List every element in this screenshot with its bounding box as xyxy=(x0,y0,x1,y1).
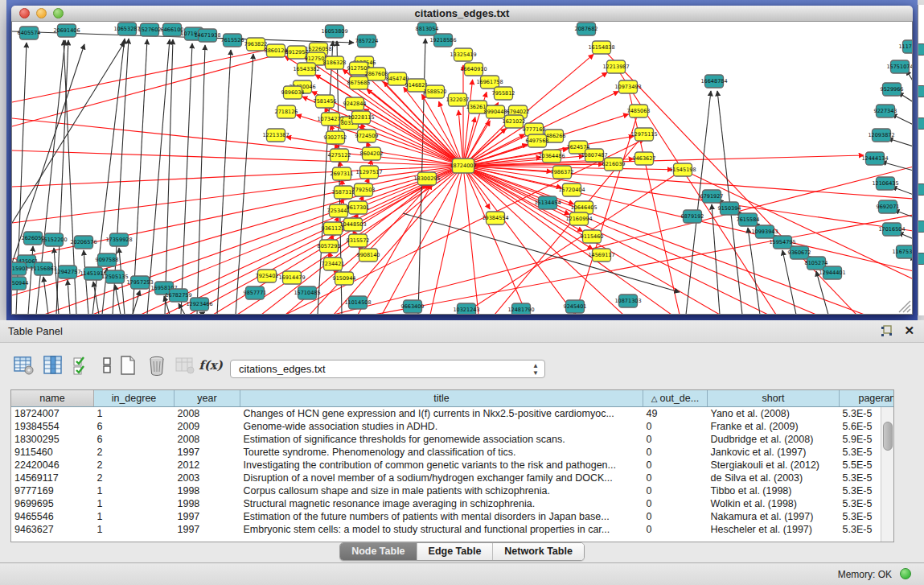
cell-year[interactable]: 1997 xyxy=(175,510,240,523)
table-settings-icon[interactable] xyxy=(13,354,35,377)
network-window-titlebar[interactable]: citations_edges.txt xyxy=(11,6,913,22)
cell-out_de[interactable]: 0 xyxy=(643,510,708,523)
cell-name[interactable]: 9699695 xyxy=(11,497,94,510)
cell-out_de[interactable]: 0 xyxy=(643,472,708,484)
table-vertical-scrollbar[interactable] xyxy=(881,407,893,542)
cell-title[interactable]: Corpus callosum shape and size in male p… xyxy=(240,484,643,497)
cell-in_degree[interactable]: 2 xyxy=(94,472,175,484)
table-row[interactable]: 1830029562008Estimation of significance … xyxy=(11,433,894,446)
row-height-icon[interactable] xyxy=(96,354,118,377)
table-row[interactable]: 2242004622012Investigating the contribut… xyxy=(11,459,894,472)
cell-out_de[interactable]: 0 xyxy=(643,497,708,510)
table-selector-dropdown[interactable]: citations_edges.txt ▲▼ xyxy=(230,360,545,378)
cell-year[interactable]: 2012 xyxy=(175,459,240,472)
table-row[interactable]: 977716911998Corpus callosum shape and si… xyxy=(11,484,894,497)
cell-out_de[interactable]: 49 xyxy=(643,407,708,421)
table-row[interactable]: 969969511998Structural magnetic resonanc… xyxy=(11,497,894,510)
select-columns-icon[interactable] xyxy=(71,354,93,377)
cell-year[interactable]: 1998 xyxy=(175,497,240,510)
cell-in_degree[interactable]: 1 xyxy=(94,407,175,421)
cell-in_degree[interactable]: 6 xyxy=(94,433,175,446)
cell-name[interactable]: 9463627 xyxy=(11,523,94,536)
table-row[interactable]: 1938455462009Genome-wide association stu… xyxy=(11,420,894,433)
cell-in_degree[interactable]: 2 xyxy=(94,459,175,472)
cell-short[interactable]: Jankovic et al. (1997) xyxy=(708,446,840,459)
table-header-row[interactable]: namein_degreeyeartitle△out_de...shortpag… xyxy=(11,390,894,407)
node-table[interactable]: namein_degreeyeartitle△out_de...shortpag… xyxy=(10,389,894,542)
cell-in_degree[interactable]: 1 xyxy=(94,497,175,510)
memory-status-indicator[interactable] xyxy=(900,568,911,579)
cell-year[interactable]: 2003 xyxy=(175,472,240,484)
function-builder-icon[interactable]: f(x) xyxy=(199,354,222,377)
cell-short[interactable]: Nakamura et al. (1997) xyxy=(708,510,840,523)
tab-network-table[interactable]: Network Table xyxy=(493,543,584,560)
show-columns-icon[interactable] xyxy=(42,354,64,377)
cell-short[interactable]: Dudbridge et al. (2008) xyxy=(708,433,840,446)
cell-in_degree[interactable]: 1 xyxy=(94,510,175,523)
resize-grip-icon[interactable] xyxy=(899,301,910,312)
cell-year[interactable]: 1997 xyxy=(175,446,240,459)
cell-name[interactable]: 22420046 xyxy=(11,459,94,472)
cell-year[interactable]: 1997 xyxy=(175,523,240,536)
close-panel-icon[interactable]: ✕ xyxy=(904,324,914,337)
cell-year[interactable]: 2008 xyxy=(175,433,240,446)
table-row[interactable]: 946362711997Embryonic stem cells: a mode… xyxy=(11,523,894,536)
column-header-year[interactable]: year xyxy=(175,390,240,407)
cell-year[interactable]: 1998 xyxy=(175,484,240,497)
network-window[interactable]: citations_edges.txt 640557 xyxy=(11,6,913,314)
cell-short[interactable]: Wolkin et al. (1998) xyxy=(708,497,840,510)
cell-name[interactable]: 18724007 xyxy=(11,407,94,421)
cell-title[interactable]: Structural magnetic resonance image aver… xyxy=(240,497,643,510)
cell-out_de[interactable]: 0 xyxy=(643,446,708,459)
column-header-short[interactable]: short xyxy=(708,390,840,407)
new-column-icon[interactable] xyxy=(117,354,139,377)
cell-short[interactable]: Hescheler et al. (1997) xyxy=(708,523,840,536)
cell-title[interactable]: Investigating the contribution of common… xyxy=(240,459,643,472)
cell-title[interactable]: Embryonic stem cells: a model to study s… xyxy=(240,523,643,536)
column-header-in_degree[interactable]: in_degree xyxy=(94,390,175,407)
cell-name[interactable]: 9777169 xyxy=(11,484,94,497)
cell-in_degree[interactable]: 1 xyxy=(94,484,175,497)
cell-title[interactable]: Estimation of the future numbers of pati… xyxy=(240,510,643,523)
cell-name[interactable]: 9465546 xyxy=(11,510,94,523)
column-header-out_de[interactable]: △out_de... xyxy=(643,390,708,407)
cell-year[interactable]: 2009 xyxy=(175,420,240,433)
cell-out_de[interactable]: 0 xyxy=(643,420,708,433)
cell-title[interactable]: Tourette syndrome. Phenomenology and cla… xyxy=(240,446,643,459)
delete-column-icon[interactable] xyxy=(146,354,168,377)
cell-title[interactable]: Disruption of a novel member of a sodium… xyxy=(240,472,643,484)
cell-name[interactable]: 9115460 xyxy=(11,446,94,459)
cell-year[interactable]: 2008 xyxy=(175,407,240,421)
network-canvas[interactable]: 6405574206914061065328715276026466100107… xyxy=(11,22,913,315)
cell-in_degree[interactable]: 2 xyxy=(94,446,175,459)
cell-title[interactable]: Changes of HCN gene expression and I(f) … xyxy=(240,407,643,421)
cell-short[interactable]: Stergiakouli et al. (2012) xyxy=(708,459,840,472)
float-panel-icon[interactable] xyxy=(881,325,893,337)
table-row[interactable]: 1872400712008Changes of HCN gene express… xyxy=(11,407,894,421)
column-header-name[interactable]: name xyxy=(11,390,94,407)
cell-short[interactable]: de Silva et al. (2003) xyxy=(708,472,840,484)
cell-out_de[interactable]: 0 xyxy=(643,484,708,497)
cell-name[interactable]: 19384554 xyxy=(11,420,94,433)
cell-title[interactable]: Estimation of significance thresholds fo… xyxy=(240,433,643,446)
table-row[interactable]: 1456911722003Disruption of a novel membe… xyxy=(11,472,894,484)
cell-name[interactable]: 18300295 xyxy=(11,433,94,446)
cell-in_degree[interactable]: 1 xyxy=(94,523,175,536)
network-graph[interactable]: 6405574206914061065328715276026466100107… xyxy=(12,22,912,314)
cell-short[interactable]: Tibbo et al. (1998) xyxy=(708,484,840,497)
column-header-title[interactable]: title xyxy=(240,390,643,407)
table-row[interactable]: 946554611997Estimation of the future num… xyxy=(11,510,894,523)
cell-short[interactable]: Yano et al. (2008) xyxy=(708,407,840,421)
tab-node-table[interactable]: Node Table xyxy=(340,543,417,560)
cell-out_de[interactable]: 0 xyxy=(643,459,708,472)
cell-in_degree[interactable]: 6 xyxy=(94,420,175,433)
cell-out_de[interactable]: 0 xyxy=(643,523,708,536)
cell-out_de[interactable]: 0 xyxy=(643,433,708,446)
scrollbar-thumb[interactable] xyxy=(883,422,893,451)
cell-name[interactable]: 14569117 xyxy=(11,472,94,484)
column-header-pagerank[interactable]: pagerank xyxy=(840,390,895,407)
tab-edge-table[interactable]: Edge Table xyxy=(417,543,494,560)
table-row[interactable]: 911546021997Tourette syndrome. Phenomeno… xyxy=(11,446,894,459)
cell-short[interactable]: Franke et al. (2009) xyxy=(708,420,840,433)
cell-title[interactable]: Genome-wide association studies in ADHD. xyxy=(240,420,643,433)
